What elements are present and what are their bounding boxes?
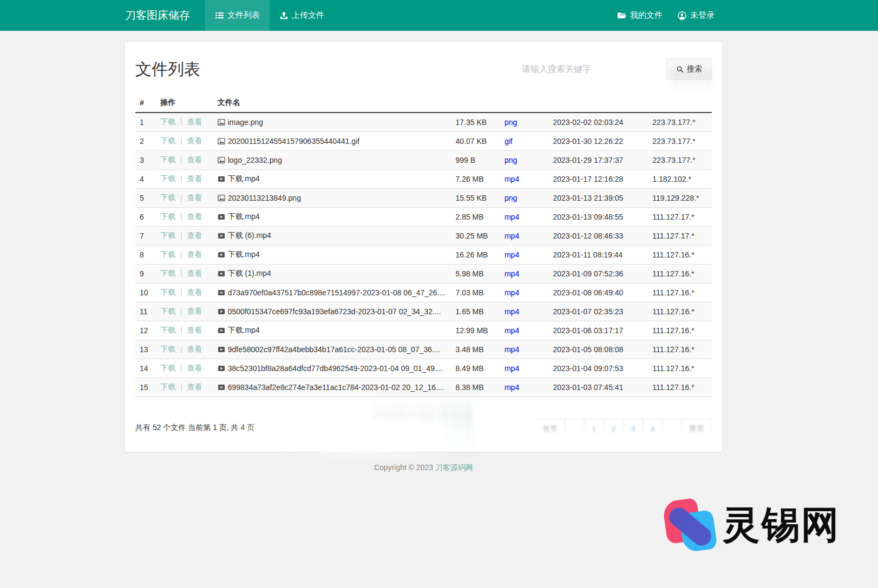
download-link[interactable]: 下载 [160, 231, 175, 240]
file-type-link[interactable]: mp4 [504, 307, 519, 316]
view-link[interactable]: 查看 [187, 174, 202, 183]
view-link[interactable]: 查看 [187, 364, 202, 372]
file-name: 9dfe58002c97ff42a4bebb34b17a61cc-2023-01… [228, 345, 441, 354]
download-link[interactable]: 下载 [160, 174, 175, 183]
file-type-link[interactable]: png [504, 194, 517, 202]
nav-right: 我的文件 未登录 [610, 0, 722, 31]
view-link[interactable]: 查看 [187, 193, 202, 202]
file-type-link[interactable]: mp4 [504, 213, 519, 221]
pagination-cell[interactable] [662, 419, 682, 440]
upload-date: 2023-01-30 12:26:22 [548, 132, 648, 151]
file-type-link[interactable]: mp4 [504, 326, 519, 335]
uploader-ip: 111.127.16.* [648, 302, 712, 321]
image-file-icon [218, 156, 225, 164]
view-link[interactable]: 查看 [187, 269, 202, 278]
row-filename-cell: logo_22332.png [213, 151, 451, 170]
view-link[interactable]: 查看 [187, 345, 202, 353]
view-link[interactable]: 查看 [187, 212, 202, 221]
download-link[interactable]: 下载 [160, 288, 175, 296]
view-link[interactable]: 查看 [187, 155, 202, 164]
file-name: 下载.mp4 [228, 212, 260, 222]
pagination-cell[interactable]: 1 [584, 419, 604, 440]
row-index: 9 [135, 265, 156, 283]
download-link[interactable]: 下载 [160, 136, 175, 145]
pagination-cell[interactable]: 2 [604, 419, 624, 440]
download-link[interactable]: 下载 [160, 117, 175, 126]
file-type-link[interactable]: png [504, 156, 517, 164]
action-separator: | [178, 136, 184, 145]
file-type-link[interactable]: mp4 [504, 269, 519, 278]
header-actions: 操作 [156, 94, 213, 113]
download-link[interactable]: 下载 [160, 193, 175, 202]
file-type-link[interactable]: mp4 [504, 288, 519, 297]
tab-upload[interactable]: 上传文件 [270, 0, 334, 31]
pagination-cell[interactable]: 3 [623, 419, 643, 440]
login-status-label: 未登录 [690, 10, 715, 21]
brand[interactable]: 刀客图床储存 [125, 0, 205, 31]
pagination-cell[interactable]: 尾页 [682, 419, 712, 440]
site-link[interactable]: 刀客源码网 [435, 463, 473, 472]
table-row: 6 下载 | 查看 下载.mp4 2.85 MB mp4 2023-01-13 … [135, 208, 712, 227]
file-type-cell: mp4 [500, 378, 548, 397]
video-file-icon [218, 308, 225, 315]
table-row: 12 下载 | 查看 下载.mp4 12.99 MB mp4 2023-01-0… [135, 321, 712, 340]
file-size: 1.65 MB [451, 302, 500, 321]
action-separator: | [178, 288, 184, 296]
login-status-button[interactable]: 未登录 [670, 0, 722, 31]
file-type-link[interactable]: gif [504, 137, 513, 146]
file-type-link[interactable]: png [504, 118, 517, 127]
row-index: 12 [135, 321, 156, 340]
upload-date: 2023-01-07 02:35:23 [548, 302, 648, 321]
file-type-link[interactable]: mp4 [504, 175, 519, 183]
action-separator: | [178, 155, 184, 164]
file-size: 999 B [451, 151, 500, 170]
upload-date: 2023-01-09 07:52:36 [548, 265, 648, 283]
download-link[interactable]: 下载 [160, 382, 175, 391]
file-name: image.png [228, 118, 263, 127]
file-type-link[interactable]: mp4 [504, 345, 519, 354]
pagination-cell[interactable] [565, 419, 585, 440]
download-link[interactable]: 下载 [160, 269, 175, 278]
view-link[interactable]: 查看 [187, 117, 202, 126]
action-separator: | [178, 117, 184, 126]
video-file-icon [218, 327, 225, 334]
row-actions: 下载 | 查看 [156, 265, 213, 283]
my-files-button[interactable]: 我的文件 [610, 0, 670, 31]
download-link[interactable]: 下载 [160, 250, 175, 259]
search-input[interactable] [519, 60, 659, 79]
file-type-link[interactable]: mp4 [504, 250, 519, 259]
row-filename-cell: 下载.mp4 [213, 170, 451, 189]
row-actions: 下载 | 查看 [156, 321, 213, 340]
file-type-link[interactable]: mp4 [504, 364, 519, 373]
download-link[interactable]: 下载 [160, 345, 175, 353]
row-actions: 下载 | 查看 [156, 302, 213, 321]
view-link[interactable]: 查看 [187, 288, 202, 296]
file-type-cell: mp4 [500, 340, 548, 359]
view-link[interactable]: 查看 [187, 307, 202, 315]
row-index: 8 [135, 246, 156, 265]
download-link[interactable]: 下载 [160, 155, 175, 164]
row-filename-cell: d73a970ef0a437517b0c898e71514997-2023-01… [213, 283, 451, 302]
view-link[interactable]: 查看 [187, 382, 202, 391]
view-link[interactable]: 查看 [187, 136, 202, 145]
upload-date: 2023-01-05 08:08:08 [548, 340, 648, 359]
file-type-link[interactable]: mp4 [504, 383, 519, 392]
search-button[interactable]: 搜索 [666, 58, 712, 80]
file-type-link[interactable]: mp4 [504, 232, 519, 240]
watermark-text: 灵锡网 [722, 506, 841, 544]
file-name: 20200115124554157906355440441.gif [228, 137, 359, 146]
download-link[interactable]: 下载 [160, 364, 175, 372]
view-link[interactable]: 查看 [187, 326, 202, 334]
view-link[interactable]: 查看 [187, 250, 202, 259]
download-link[interactable]: 下载 [160, 307, 175, 315]
pagination-cell[interactable]: 首页 [535, 419, 565, 440]
row-filename-cell: 下载.mp4 [213, 246, 451, 265]
download-link[interactable]: 下载 [160, 326, 175, 334]
tab-file-list[interactable]: 文件列表 [205, 0, 270, 31]
view-link[interactable]: 查看 [187, 231, 202, 240]
pagination-cell[interactable]: 4 [643, 419, 663, 440]
action-separator: | [178, 326, 184, 334]
file-size: 30.25 MB [451, 227, 500, 246]
row-filename-cell: 下载.mp4 [213, 208, 451, 227]
download-link[interactable]: 下载 [160, 212, 175, 221]
